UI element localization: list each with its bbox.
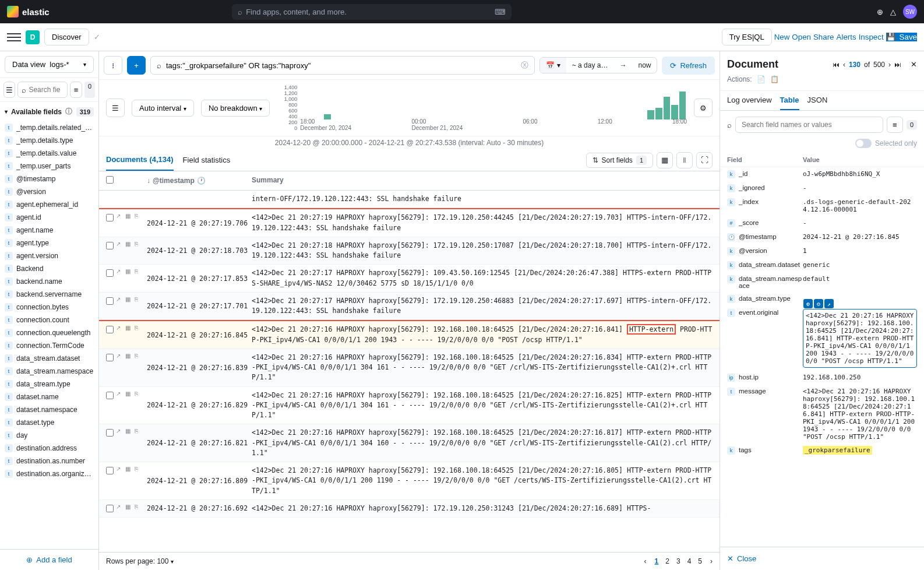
copy-icon[interactable]: ⎘ [135,390,143,399]
field-item[interactable]: tagent.ephemeral_id [0,198,98,211]
menu-icon[interactable] [7,30,21,44]
surrounding-docs-icon[interactable]: 📋 [770,75,779,83]
field-item[interactable]: tbackend.name [0,275,98,288]
view-icon[interactable]: ▦ [125,353,133,361]
table-row[interactable]: ↗▦⎘2024-12-21 @ 20:27:16.829<142>Dec 21 … [99,387,720,425]
tab-documents[interactable]: Documents (4,134) [106,149,174,171]
doc-field-row[interactable]: k@version1 [720,244,924,258]
expand-icon[interactable]: ↗ [116,241,124,249]
view-icon[interactable]: ▦ [125,504,133,512]
global-search[interactable]: ⌕ Find apps, content, and more. ⌨ [232,4,512,20]
expand-icon[interactable]: ↗ [116,390,124,399]
field-item[interactable]: tconnection.count [0,314,98,326]
doc-field-row[interactable]: tevent.original⊕⊖↗<142>Dec 21 20:27:16 H… [720,306,924,371]
doc-field-row[interactable]: k_idoJ-w6pMBbdhb8hi6NQ_X [720,167,924,181]
field-item[interactable]: tagent.id [0,211,98,224]
fields-panel-icon[interactable]: ☰ [3,82,15,98]
row-checkbox[interactable] [106,354,114,361]
page-number[interactable]: 2 [662,556,673,567]
row-checkbox[interactable] [106,467,114,474]
doc-filter-icon[interactable]: ≡ [887,117,903,133]
field-item[interactable]: tBackend [0,262,98,275]
doc-field-row[interactable]: 🕐@timestamp2024-12-21 @ 20:27:16.845 [720,230,924,244]
view-icon[interactable]: ▦ [125,390,133,399]
nav-prev-icon[interactable]: ‹ [843,61,845,69]
density-icon[interactable]: ▦ [657,152,673,168]
row-checkbox[interactable] [106,392,114,399]
row-checkbox[interactable] [106,214,114,221]
nav-first-icon[interactable]: ⏮ [833,61,840,69]
copy-icon[interactable]: ⎘ [135,296,143,304]
table-row[interactable]: ↗▦⎘2024-12-21 @ 20:27:16.821<142>Dec 21 … [99,424,720,462]
check-icon[interactable]: ✓ [94,33,100,41]
nav-last-icon[interactable]: ⏭ [894,61,901,69]
add-field-button[interactable]: ⊕ Add a field [0,549,98,570]
view-icon[interactable]: ▦ [125,213,133,221]
table-row[interactable]: ↗▦⎘2024-12-21 @ 20:27:16.839<142>Dec 21 … [99,349,720,387]
share-button[interactable]: Share [813,33,834,41]
field-item[interactable]: tdestination.address [0,442,98,455]
expand-icon[interactable]: ↗ [116,466,124,474]
table-row[interactable]: ↗▦⎘2024-12-21 @ 20:27:16.692<142>Dec 21 … [99,500,720,518]
rows-per-page[interactable]: Rows per page: 100 [106,557,168,565]
field-item[interactable]: tdataset.namespace [0,403,98,416]
logo[interactable]: elastic [7,6,50,17]
copy-icon[interactable]: ⎘ [135,241,143,249]
new-button[interactable]: New [774,33,790,41]
table-row[interactable]: ↗▦⎘2024-12-21 @ 20:27:18.703<142>Dec 21 … [99,237,720,265]
flyout-tab-json[interactable]: JSON [807,91,828,110]
row-checkbox[interactable] [106,297,114,305]
view-icon[interactable]: ▦ [125,296,133,304]
field-item[interactable]: t_temp.user_parts [0,160,98,173]
field-item[interactable]: tconnection.queuelength [0,326,98,339]
doc-field-row[interactable]: #_score- [720,216,924,230]
date-picker[interactable]: 📅 ▾ ~ a day a… → now [539,57,657,73]
fullscreen-icon[interactable]: ⛶ [696,152,713,168]
nav-next-icon[interactable]: › [888,61,891,69]
try-esql-button[interactable]: Try ES|QL [722,29,772,45]
next-page-icon[interactable]: › [710,557,713,565]
expand-icon[interactable]: ↗ [824,299,834,308]
expand-icon[interactable]: ↗ [116,213,124,221]
copy-icon[interactable]: ⎘ [135,504,143,512]
field-item[interactable]: t_temp.details.related_command [0,121,98,134]
copy-icon[interactable]: ⎘ [135,466,143,474]
field-item[interactable]: tdataset.type [0,416,98,429]
copy-icon[interactable]: ⎘ [135,268,143,276]
chart-options-icon[interactable]: ⚙ [694,98,713,117]
table-row[interactable]: ↗▦⎘2024-12-21 @ 20:27:17.701<142>Dec 21 … [99,293,720,321]
prev-page-icon[interactable]: ‹ [644,557,647,565]
flyout-close-button[interactable]: ✕ Close [720,547,924,570]
query-field[interactable] [166,61,516,70]
doc-search-input[interactable] [735,117,883,133]
copy-icon[interactable]: ⎘ [135,325,143,333]
view-icon[interactable]: ▦ [125,466,133,474]
tab-field-stats[interactable]: Field statistics [183,150,231,170]
flyout-tab-table[interactable]: Table [780,91,799,110]
close-icon[interactable]: ✕ [911,60,917,69]
add-filter-icon[interactable]: + [127,56,146,75]
field-item[interactable]: tagent.type [0,237,98,249]
row-checkbox[interactable] [106,505,114,512]
single-doc-icon[interactable]: 📄 [757,75,766,83]
alerts-button[interactable]: Alerts [837,33,856,41]
field-item[interactable]: tbackend.servername [0,288,98,301]
field-item[interactable]: tdestination.as.organization.name [0,467,98,480]
flyout-tab-log-overview[interactable]: Log overview [727,91,772,110]
calendar-icon[interactable]: 📅 ▾ [540,58,566,73]
page-number[interactable]: 3 [673,556,684,567]
doc-field-row[interactable]: ktags_grokparsefailure [720,444,924,458]
table-row[interactable]: ↗▦⎘2024-12-21 @ 20:27:17.853<142>Dec 21 … [99,265,720,293]
field-item[interactable]: tagent.version [0,249,98,262]
doc-field-row[interactable]: kdata_stream.datasetgeneric [720,258,924,272]
doc-field-row[interactable]: tmessage<142>Dec 21 20:27:16 HAPROXY hap… [720,385,924,444]
field-item[interactable]: tday [0,429,98,442]
expand-icon[interactable]: ↗ [116,296,124,304]
doc-field-row[interactable]: iphost.ip192.168.100.250 [720,371,924,385]
sort-fields-button[interactable]: ⇅ Sort fields 1 [586,153,653,168]
search-fields-input[interactable] [29,86,64,94]
view-icon[interactable]: ▦ [125,268,133,276]
filter-icon[interactable]: ⫶ [104,56,122,75]
select-all-checkbox[interactable] [106,176,114,184]
row-checkbox[interactable] [106,429,114,437]
